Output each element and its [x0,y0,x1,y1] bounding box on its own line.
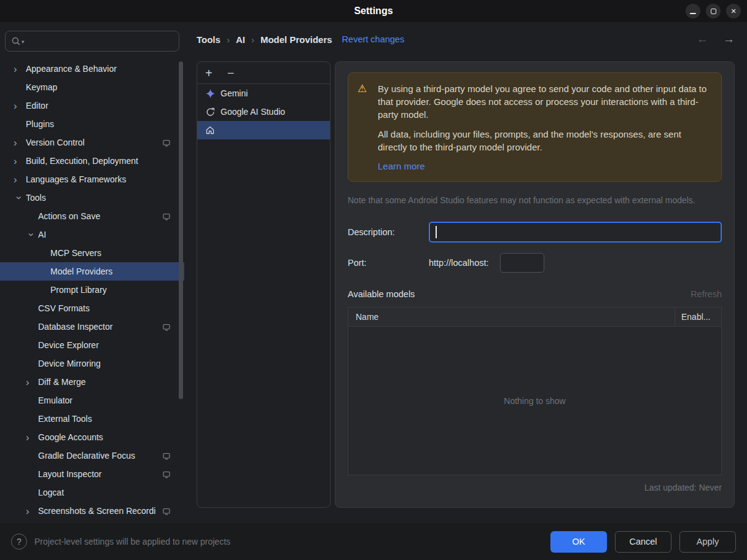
dialog-footer: ? Project-level settings will be applied… [0,523,747,560]
sidebar-item-label: Version Control [26,138,184,147]
sidebar-item-device-mirroring[interactable]: Device Mirroring [0,354,184,373]
search-input[interactable] [29,36,173,46]
breadcrumb-model-providers[interactable]: Model Providers [260,34,332,45]
provider-detail-panel: ⚠ By using a third-party model you agree… [335,61,735,508]
sidebar-item-label: Tools [26,193,184,203]
sidebar-item-build-execution-deployment[interactable]: › Build, Execution, Deployment [0,152,184,170]
sidebar-item-label: Editor [26,101,184,111]
models-table: Name Enabl... Nothing to show [348,307,722,475]
settings-search[interactable]: ▾ [5,31,179,52]
warning-paragraph: By using a third-party model you agree t… [378,82,709,121]
indent-spacer [26,321,38,333]
description-row: Description: [348,222,722,243]
sidebar-item-prompt-library[interactable]: Prompt Library [0,281,184,299]
sidebar-item-label: Plugins [26,119,184,129]
breadcrumb: Tools › AI › Model Providers [197,34,332,45]
chevron-right-icon[interactable]: › [14,63,26,75]
titlebar: Settings ✕ [0,0,747,22]
chevron-right-icon[interactable]: › [26,505,38,517]
learn-more-link[interactable]: Learn more [378,161,425,171]
sidebar-item-label: Google Accounts [38,432,184,442]
sidebar-item-google-accounts[interactable]: › Google Accounts [0,428,184,446]
sidebar-item-tools[interactable]: › Tools [0,189,184,207]
indent-spacer [26,468,38,480]
sidebar-item-languages-frameworks[interactable]: › Languages & Frameworks [0,170,184,189]
add-provider-button[interactable]: + [205,67,213,79]
breadcrumb-tools[interactable]: Tools [197,34,221,45]
provider-item-google-ai-studio[interactable]: Google AI Studio [197,103,330,121]
provider-item-label: Gemini [221,88,248,98]
description-field-wrap [429,222,722,243]
maximize-button[interactable] [706,4,721,18]
sidebar-item-screenshots-screen-recording[interactable]: › Screenshots & Screen Recordi [0,502,184,520]
sidebar-item-label: External Tools [38,414,184,424]
help-button[interactable]: ? [11,534,27,550]
sidebar-item-editor[interactable]: › Editor [0,96,184,115]
home-icon [205,125,215,135]
back-arrow-icon[interactable]: ← [697,33,708,46]
apply-button[interactable]: Apply [679,531,736,553]
sidebar-item-version-control[interactable]: › Version Control [0,133,184,152]
sidebar-item-logcat[interactable]: Logcat [0,483,184,502]
provider-item-gemini[interactable]: Gemini [197,84,330,103]
external-models-note: Note that some Android Studio features m… [348,195,722,205]
sidebar-item-appearance-behavior[interactable]: › Appearance & Behavior [0,60,184,78]
models-table-header: Name Enabl... [348,308,721,327]
sidebar-item-emulator[interactable]: Emulator [0,391,184,410]
models-table-body: Nothing to show [348,327,721,475]
chevron-down-icon[interactable]: › [14,192,26,204]
sidebar-item-gradle-declarative-focus[interactable]: Gradle Declarative Focus [0,446,184,465]
sidebar-item-label: AI [38,230,184,239]
sidebar-item-ai[interactable]: › AI [0,225,184,244]
sidebar-item-label: Languages & Frameworks [26,174,184,184]
sidebar-item-diff-merge[interactable]: › Diff & Merge [0,373,184,391]
sidebar-item-mcp-servers[interactable]: MCP Servers [0,244,184,262]
minimize-icon [690,13,696,14]
remove-provider-button[interactable]: − [227,67,235,79]
shared-settings-icon [163,212,170,220]
column-header-enabled[interactable]: Enabl... [675,308,721,326]
description-field[interactable] [429,222,722,243]
column-header-name[interactable]: Name [348,308,675,326]
sidebar-item-database-inspector[interactable]: Database Inspector [0,317,184,336]
refresh-button[interactable]: Refresh [690,289,722,299]
provider-list-toolbar: + − [197,62,330,84]
breadcrumb-ai[interactable]: AI [236,34,245,45]
sidebar-item-csv-formats[interactable]: CSV Formats [0,299,184,317]
chevron-down-icon[interactable]: › [26,228,38,241]
text-caret [436,226,437,238]
cancel-button[interactable]: Cancel [615,531,671,553]
sidebar-item-layout-inspector[interactable]: Layout Inspector [0,465,184,483]
close-button[interactable]: ✕ [726,4,741,18]
port-field[interactable] [500,253,544,273]
shared-settings-icon [163,139,170,146]
port-row: Port: http://localhost: [348,253,722,273]
minimize-button[interactable] [686,4,700,18]
indent-spacer [26,394,38,406]
sidebar-scrollbar[interactable] [179,61,183,399]
chevron-right-icon[interactable]: › [14,173,26,185]
forward-arrow-icon[interactable]: → [723,33,735,46]
ok-button[interactable]: OK [550,531,607,553]
chevron-right-icon[interactable]: › [14,136,26,149]
sidebar-item-model-providers[interactable]: Model Providers [0,262,184,281]
sidebar-item-plugins[interactable]: Plugins [0,115,184,133]
settings-sidebar: ▾ › Appearance & Behavior Keymap › Edito… [0,22,184,523]
description-label: Description: [348,227,429,237]
chevron-right-icon[interactable]: › [14,155,26,167]
warning-icon: ⚠ [358,82,372,171]
sidebar-item-label: Appearance & Behavior [26,64,184,74]
revert-changes-link[interactable]: Revert changes [342,34,405,44]
sidebar-item-actions-on-save[interactable]: Actions on Save [0,207,184,225]
chevron-right-icon[interactable]: › [14,99,26,112]
indent-spacer [26,357,38,370]
sidebar-item-external-tools[interactable]: External Tools [0,410,184,428]
sidebar-item-device-explorer[interactable]: Device Explorer [0,336,184,354]
sidebar-item-keymap[interactable]: Keymap [0,78,184,96]
provider-list-panel: + − Gemini Google AI Studio [197,61,330,508]
chevron-right-icon[interactable]: › [26,376,38,388]
settings-tree: › Appearance & Behavior Keymap › Editor … [0,60,184,523]
chevron-right-icon[interactable]: › [26,431,38,443]
empty-state-text: Nothing to show [504,396,565,406]
provider-item-new[interactable] [197,121,330,139]
